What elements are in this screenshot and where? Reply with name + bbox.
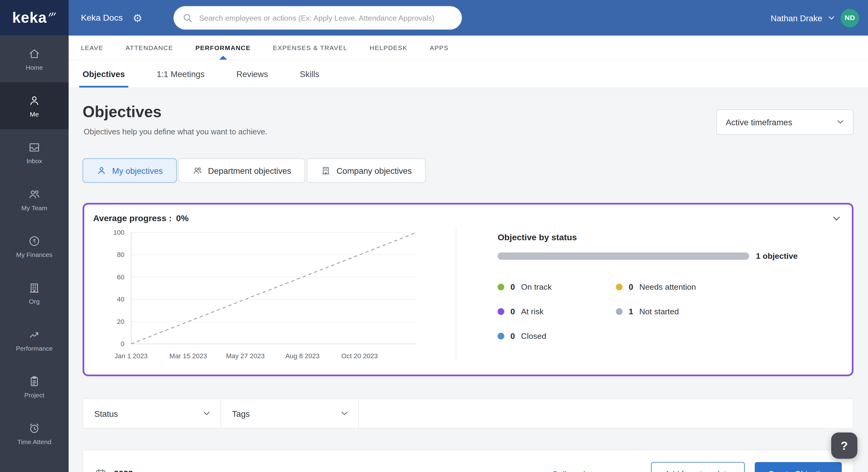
sidebar: Home Me Inbox My Team ₹ My Finances Org … — [0, 36, 69, 472]
legend-label: On track — [521, 283, 552, 292]
legend-count: 0 — [510, 332, 515, 340]
sidebar-item-home[interactable]: Home — [0, 36, 69, 82]
main-area: LEAVE ATTENDANCE PERFORMANCE EXPENSES & … — [69, 36, 868, 472]
global-search[interactable] — [173, 6, 462, 29]
legend-label: Needs attention — [640, 283, 696, 292]
sidebar-item-label: Project — [24, 392, 44, 399]
help-button[interactable]: ? — [831, 433, 857, 459]
objective-scope-tabs: My objectives Department objectives Comp… — [83, 158, 854, 183]
department-objectives-tab[interactable]: Department objectives — [179, 158, 305, 183]
status-bar-label: 1 objective — [756, 251, 798, 260]
svg-text:Aug 8 2023: Aug 8 2023 — [285, 352, 320, 360]
subtab-meetings[interactable]: 1:1 Meetings — [157, 60, 205, 87]
inbox-icon — [28, 141, 41, 154]
sidebar-item-my-team[interactable]: My Team — [0, 176, 69, 223]
trend-up-icon — [28, 328, 41, 341]
chevron-down-icon — [837, 120, 844, 124]
workspace-name: Keka Docs — [81, 13, 123, 23]
module-tab-apps[interactable]: APPS — [430, 36, 448, 60]
my-objectives-tab[interactable]: My objectives — [83, 158, 177, 183]
subtab-skills[interactable]: Skills — [300, 60, 319, 87]
legend-item-not-started: 1 Not started — [616, 307, 851, 316]
timeframe-dropdown[interactable]: Active timeframes — [716, 109, 854, 135]
objectives-year-row: 2023 Bulk update progress Add from templ… — [94, 461, 842, 472]
person-icon — [28, 94, 41, 107]
sidebar-item-inbox[interactable]: Inbox — [0, 129, 69, 176]
sidebar-item-project[interactable]: Project — [0, 363, 69, 410]
status-filter-dropdown[interactable]: Status — [83, 399, 221, 428]
sidebar-item-label: Me — [30, 111, 38, 118]
user-avatar[interactable]: ND — [841, 8, 859, 27]
legend-dot — [616, 283, 622, 290]
person-icon — [97, 166, 106, 176]
objective-filter-bar: Status Tags — [83, 399, 854, 429]
clipboard-icon — [28, 375, 41, 388]
keka-logo-spark-icon — [48, 11, 57, 17]
module-tab-expenses-travel[interactable]: EXPENSES & TRAVEL — [273, 36, 347, 60]
settings-gear-icon[interactable]: ⚙ — [133, 12, 142, 23]
tags-filter-dropdown[interactable]: Tags — [221, 399, 359, 428]
svg-text:60: 60 — [117, 273, 124, 281]
legend-count: 1 — [629, 307, 633, 316]
svg-text:100: 100 — [113, 229, 124, 236]
search-icon — [183, 13, 192, 23]
keka-logo-text: keka — [12, 9, 47, 26]
page-title: Objectives — [83, 104, 268, 121]
module-tab-attendance[interactable]: ATTENDANCE — [126, 36, 173, 60]
alarm-clock-icon — [28, 422, 41, 435]
top-header: keka Keka Docs ⚙ Nathan Drake ND — [0, 0, 868, 36]
user-menu-chevron-icon[interactable] — [829, 16, 835, 20]
sidebar-item-me[interactable]: Me — [0, 82, 69, 129]
user-name[interactable]: Nathan Drake — [771, 13, 822, 23]
objectives-year-section: 2023 Bulk update progress Add from templ… — [83, 450, 854, 472]
legend-dot — [616, 308, 622, 315]
svg-text:₹: ₹ — [32, 238, 36, 244]
calendar-icon — [94, 467, 107, 472]
subtab-objectives[interactable]: Objectives — [83, 60, 125, 87]
status-filter-label: Status — [94, 409, 118, 418]
legend-dot — [498, 333, 504, 339]
legend-item-closed: 0 Closed — [498, 332, 616, 340]
collapse-card-chevron-icon[interactable] — [832, 216, 841, 221]
page-subtitle: Objectives help you define what you want… — [84, 127, 268, 136]
svg-text:Oct 20 2023: Oct 20 2023 — [341, 352, 378, 360]
svg-text:0: 0 — [121, 340, 124, 348]
module-tab-performance[interactable]: PERFORMANCE — [195, 36, 251, 60]
legend-label: At risk — [521, 307, 544, 316]
sidebar-item-performance[interactable]: Performance — [0, 317, 69, 363]
module-tab-leave[interactable]: LEAVE — [81, 36, 103, 60]
sidebar-item-my-finances[interactable]: ₹ My Finances — [0, 223, 69, 270]
average-progress-card: Average progress :0% 020406080100Jan 1 2… — [83, 203, 854, 376]
chevron-down-icon — [341, 411, 348, 416]
svg-text:Jan 1 2023: Jan 1 2023 — [115, 352, 148, 360]
legend-dot — [498, 283, 504, 290]
company-objectives-tab[interactable]: Company objectives — [307, 158, 426, 183]
module-tab-helpdesk[interactable]: HELPDESK — [370, 36, 407, 60]
keka-logo[interactable]: keka — [0, 0, 69, 36]
average-progress-label: Average progress : — [93, 213, 172, 223]
legend-count: 0 — [510, 307, 515, 316]
sidebar-item-org[interactable]: Org — [0, 270, 69, 316]
sidebar-item-label: Performance — [16, 345, 53, 351]
rupee-circle-icon: ₹ — [28, 235, 41, 247]
sidebar-item-time-attend[interactable]: Time Attend — [0, 410, 69, 457]
user-menu[interactable]: Nathan Drake ND — [771, 8, 868, 27]
svg-text:80: 80 — [117, 251, 124, 259]
legend-item-at-risk: 0 At risk — [498, 307, 616, 316]
search-input[interactable] — [198, 13, 453, 23]
bulk-update-progress-link[interactable]: Bulk update progress — [553, 469, 631, 472]
chevron-down-icon — [203, 411, 210, 416]
create-objective-button[interactable]: Create Objective — [755, 462, 842, 472]
sidebar-item-label: Time Attend — [17, 439, 51, 445]
scope-tab-label: Company objectives — [336, 166, 412, 175]
average-progress-title: Average progress :0% — [93, 213, 189, 224]
objectives-year: 2023 — [114, 469, 133, 472]
svg-text:Mar 15 2023: Mar 15 2023 — [169, 352, 207, 360]
subtab-reviews[interactable]: Reviews — [237, 60, 268, 87]
status-legend: 0 On track 0 At risk 0 Clo — [498, 275, 852, 348]
progress-card-header: Average progress :0% — [84, 204, 851, 223]
scope-tab-label: Department objectives — [208, 166, 291, 175]
average-progress-value: 0% — [176, 213, 189, 223]
add-from-template-button[interactable]: Add from template — [651, 462, 745, 472]
sidebar-item-partial[interactable] — [0, 457, 69, 472]
